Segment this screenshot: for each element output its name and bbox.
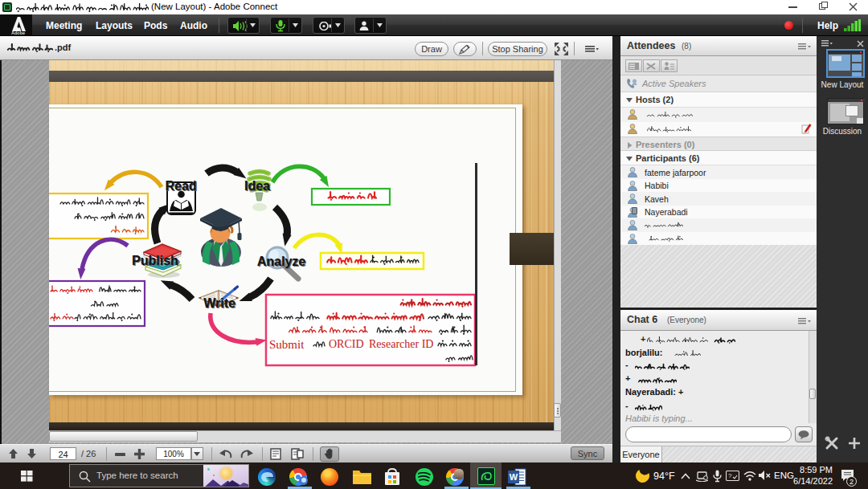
svg-text:Analyze: Analyze [257,255,306,268]
svg-text:Write: Write [203,296,235,310]
svg-text:Publish: Publish [132,254,178,267]
svg-text:ORCID: ORCID [329,338,364,350]
svg-text:Idea: Idea [244,179,270,193]
svg-text:W: W [510,472,518,482]
svg-text:?: ? [728,472,732,479]
svg-text:Submit: Submit [269,338,305,351]
svg-text:Researcher ID: Researcher ID [369,338,433,350]
svg-text:Read: Read [165,179,196,193]
